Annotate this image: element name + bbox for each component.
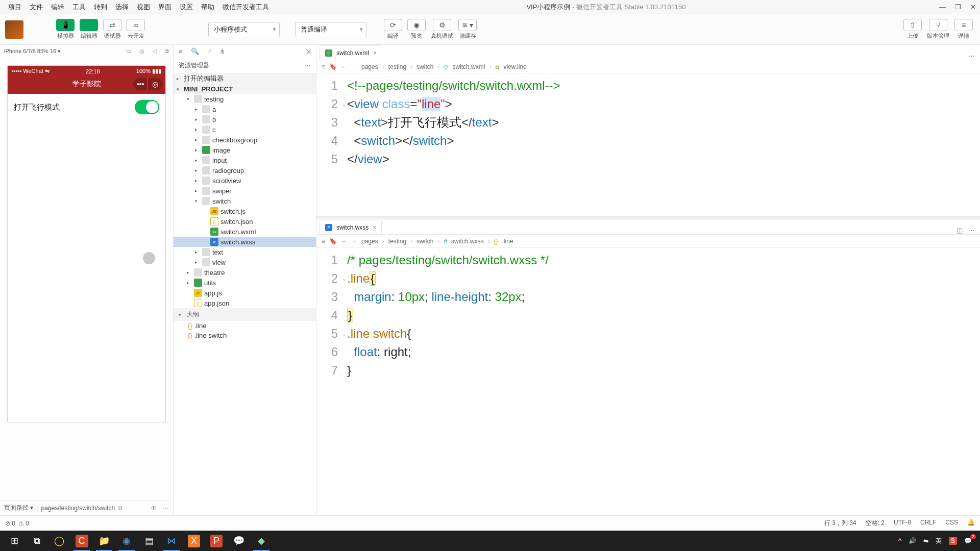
tree-checkboxgroup[interactable]: ▸checkboxgroup	[174, 135, 316, 145]
menu-界面[interactable]: 界面	[154, 3, 176, 11]
cursor-position[interactable]: 行 3，列 34	[824, 519, 856, 528]
tree-swiper[interactable]: ▸swiper	[174, 186, 316, 196]
breadcrumb[interactable]: ≡🔖←→ pages› testing› switch› ◇switch.wxm…	[316, 60, 980, 73]
capsule-menu-icon[interactable]: •••	[133, 78, 148, 90]
window-close[interactable]: ✕	[970, 3, 976, 11]
device-select[interactable]: iPhone 6/7/8 85% 16 ▾	[4, 48, 61, 55]
taskbar-cortana[interactable]: ◯	[48, 531, 70, 551]
menu-帮助[interactable]: 帮助	[197, 3, 218, 11]
compile-select[interactable]: 普通编译	[295, 22, 366, 37]
indent-setting[interactable]: 空格: 2	[866, 519, 885, 528]
version-button[interactable]: ⑂版本管理	[925, 18, 951, 41]
taskbar-explorer[interactable]: 📁	[93, 531, 115, 551]
taskbar-devtool[interactable]: ◆	[250, 531, 273, 551]
taskbar-start[interactable]: ⊞	[3, 531, 26, 551]
tree-switch[interactable]: ▾switch	[174, 196, 316, 206]
graph-icon[interactable]: ⋔	[219, 47, 225, 55]
sogou-icon[interactable]: S	[949, 537, 957, 545]
tree-radiogroup[interactable]: ▸radiogroup	[174, 165, 316, 176]
taskbar-wechat[interactable]: 💬	[228, 531, 250, 551]
preview-button[interactable]: ◉预览	[405, 18, 428, 41]
editor-button[interactable]: 编辑器	[78, 18, 100, 41]
outline-item[interactable]: {}.line	[174, 321, 316, 331]
switch-toggle[interactable]	[135, 100, 159, 114]
language-mode[interactable]: CSS	[945, 519, 958, 528]
code-wxss[interactable]: 1/* pages/testing/switch/switch.wxss */2…	[316, 248, 980, 515]
taskbar-xampp[interactable]: X	[183, 531, 205, 551]
split-icon[interactable]: ◫	[957, 227, 963, 234]
eol[interactable]: CRLF	[920, 519, 936, 528]
eye-icon[interactable]: 👁	[151, 505, 157, 512]
tree-switch.wxml[interactable]: <>switch.wxml	[174, 227, 316, 237]
close-icon[interactable]: ×	[373, 224, 376, 231]
code-wxml[interactable]: 1<!--pages/testing/switch/switch.wxml-->…	[316, 73, 980, 216]
sim-tool-icon[interactable]: ◎	[139, 48, 144, 55]
taskbar-camtasia[interactable]: C	[70, 531, 93, 551]
section-open-editors[interactable]: ▸打开的编辑器	[174, 73, 316, 84]
copy-icon[interactable]: ⧉	[118, 505, 122, 512]
search-icon[interactable]: 🔍	[191, 47, 199, 55]
tab-wxss[interactable]: # switch.wxss ×	[320, 220, 382, 234]
menu-编辑[interactable]: 编辑	[47, 3, 68, 11]
page-path-label[interactable]: 页面路径 ▾	[4, 504, 33, 512]
menu-设置[interactable]: 设置	[176, 3, 197, 11]
more-icon[interactable]: ⋯	[163, 505, 169, 512]
menu-项目[interactable]: 项目	[4, 3, 26, 11]
remote-debug-button[interactable]: ⚙真机调试	[429, 18, 455, 41]
wifi-icon[interactable]: ⇋	[923, 537, 928, 544]
sim-tool-icon[interactable]: ▭	[126, 48, 131, 55]
outline-item[interactable]: {}.line switch	[174, 331, 316, 340]
taskbar-notes[interactable]: ▤	[138, 531, 160, 551]
bell-icon[interactable]: 🔔	[967, 519, 975, 528]
mode-select[interactable]: 小程序模式	[208, 22, 280, 37]
notification-icon[interactable]: 💬 2	[964, 537, 972, 544]
section-project[interactable]: ▾MINI_PROJECT	[174, 84, 316, 94]
tree-text[interactable]: ▸text	[174, 247, 316, 257]
tree-app.js[interactable]: JSapp.js	[174, 288, 316, 298]
compile-button[interactable]: ⟳编译	[382, 18, 404, 41]
ime-indicator[interactable]: 英	[936, 537, 942, 545]
menu-微信开发者工具[interactable]: 微信开发者工具	[218, 3, 273, 11]
simulator-button[interactable]: 📱模拟器	[54, 18, 77, 41]
problems-indicator[interactable]: ⊘ 0⚠ 0	[5, 520, 29, 527]
taskbar-chrome[interactable]: ◉	[115, 531, 138, 551]
tree-switch.js[interactable]: JSswitch.js	[174, 206, 316, 216]
breadcrumb[interactable]: ≡🔖←→ pages› testing› switch› #switch.wxs…	[316, 235, 980, 248]
cloud-button[interactable]: ∞云开发	[125, 18, 147, 41]
tree-b[interactable]: ▸b	[174, 114, 316, 124]
detail-button[interactable]: ≡详情	[952, 18, 975, 41]
tree-view[interactable]: ▸view	[174, 257, 316, 267]
list-icon[interactable]: ≡	[179, 47, 183, 55]
section-outline[interactable]: ▾大纲	[174, 308, 316, 321]
menu-转到[interactable]: 转到	[90, 3, 111, 11]
branch-icon[interactable]: ⑂	[207, 47, 211, 55]
sim-tool-icon[interactable]: ◁	[153, 48, 157, 55]
menu-选择[interactable]: 选择	[111, 3, 133, 11]
tree-utils[interactable]: ▸utils	[174, 278, 316, 288]
menu-工具[interactable]: 工具	[68, 3, 90, 11]
editor-more-icon[interactable]: ⋯	[968, 227, 975, 234]
menu-视图[interactable]: 视图	[133, 3, 154, 11]
explorer-more-icon[interactable]: ⋯	[305, 62, 311, 69]
tree-a[interactable]: ▸a	[174, 104, 316, 114]
tree-scrollview[interactable]: ▸scrollview	[174, 176, 316, 186]
clear-cache-button[interactable]: ≋ ▾清缓存	[456, 18, 479, 41]
window-maximize[interactable]: ❐	[955, 3, 961, 11]
window-minimize[interactable]: —	[939, 3, 946, 11]
tree-switch.wxss[interactable]: #switch.wxss	[174, 237, 316, 247]
collapse-icon[interactable]: ⇲	[305, 47, 311, 55]
tree-app.json[interactable]: {}app.json	[174, 298, 316, 308]
tree-switch.json[interactable]: {}switch.json	[174, 216, 316, 227]
volume-icon[interactable]: 🔊	[909, 537, 916, 544]
editor-more-icon[interactable]: ⋯	[963, 52, 980, 60]
tray-arrow-icon[interactable]: ^	[898, 537, 901, 544]
encoding[interactable]: UTF-8	[894, 519, 911, 528]
close-icon[interactable]: ×	[373, 49, 377, 57]
tab-wxml[interactable]: ◇ switch.wxml ×	[320, 45, 382, 60]
tree-theatre[interactable]: ▸theatre	[174, 267, 316, 278]
taskbar-taskview[interactable]: ⧉	[26, 531, 48, 551]
tree-input[interactable]: ▸input	[174, 155, 316, 165]
tree-image[interactable]: ▸image	[174, 145, 316, 155]
sim-tool-icon[interactable]: ⧉	[165, 48, 169, 55]
upload-button[interactable]: ⇧上传	[901, 18, 924, 41]
